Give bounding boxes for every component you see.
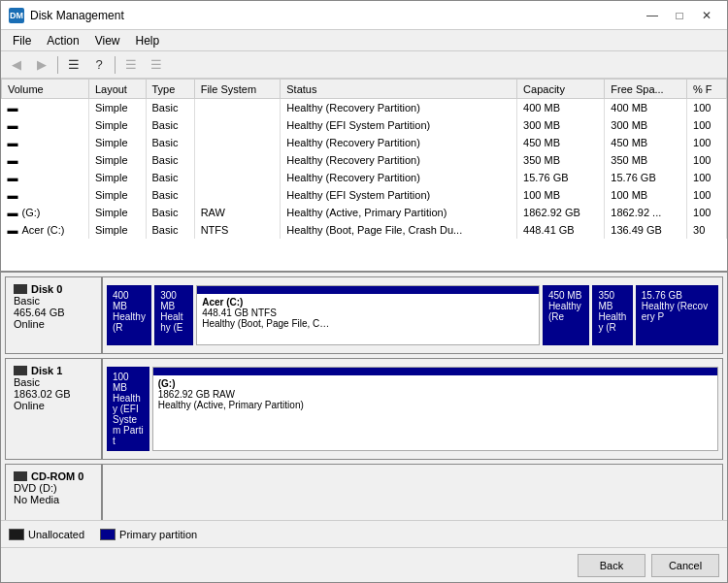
- cell-capacity: 100 MB: [517, 186, 605, 204]
- cell-fs: [194, 116, 281, 134]
- cell-free: 136.49 GB: [605, 221, 687, 239]
- partition-size-0-5: 15.76 GB: [642, 290, 712, 301]
- partition-0-0[interactable]: 400 MBHealthy (R: [107, 285, 151, 345]
- table-row[interactable]: ▬SimpleBasicHealthy (EFI System Partitio…: [2, 186, 727, 204]
- partition-size-1-1: 1862.92 GB RAW: [158, 389, 712, 400]
- app-icon: DM: [9, 8, 24, 23]
- disk-map-area[interactable]: Disk 0Basic465.64 GBOnline400 MBHealthy …: [1, 273, 727, 520]
- partition-size-0-3: 450 MB: [548, 290, 584, 301]
- cell-type: Basic: [146, 186, 194, 204]
- cell-status: Healthy (Recovery Partition): [281, 169, 517, 186]
- table-row[interactable]: ▬SimpleBasicHealthy (EFI System Partitio…: [2, 116, 727, 134]
- cell-pct: 100: [687, 169, 727, 186]
- partition-1-0[interactable]: 100 MBHealthy (EFI System Partit: [107, 367, 149, 451]
- cell-fs: [194, 169, 281, 186]
- disk-management-window: DM Disk Management — □ ✕ File Action Vie…: [0, 0, 728, 583]
- partition-status-0-0: Healthy (R: [113, 311, 146, 333]
- toolbar: ◀ ▶ ☰ ? ☰ ☰: [1, 51, 727, 79]
- cancel-btn[interactable]: Cancel: [651, 554, 719, 577]
- cell-type: Basic: [146, 169, 194, 186]
- legend-unallocated-label: Unallocated: [28, 529, 84, 540]
- maximize-button[interactable]: □: [667, 6, 692, 25]
- col-freespace[interactable]: Free Spa...: [605, 80, 687, 99]
- partition-status-1-1: Healthy (Active, Primary Partition): [158, 400, 712, 410]
- table-row[interactable]: ▬Acer (C:)SimpleBasicNTFSHealthy (Boot, …: [2, 221, 727, 239]
- back-button[interactable]: ◀: [5, 54, 28, 76]
- help-button[interactable]: ?: [87, 54, 111, 76]
- cell-type: Basic: [146, 99, 194, 116]
- legend-primary: Primary partition: [100, 529, 197, 540]
- minimize-button[interactable]: —: [640, 6, 665, 25]
- cell-status: Healthy (Recovery Partition): [281, 151, 517, 169]
- col-filesystem[interactable]: File System: [194, 80, 281, 99]
- volumes-table-area[interactable]: Volume Layout Type File System Status Ca…: [1, 79, 727, 273]
- disk-status-2: No Media: [14, 494, 93, 505]
- col-volume[interactable]: Volume: [2, 80, 89, 99]
- col-capacity[interactable]: Capacity: [517, 80, 605, 99]
- window-title: Disk Management: [30, 9, 124, 22]
- partition-size-0-1: 300 MB: [160, 290, 187, 311]
- toolbar-btn-3[interactable]: ☰: [119, 54, 143, 76]
- forward-button[interactable]: ▶: [30, 54, 53, 76]
- partition-0-5[interactable]: 15.76 GBHealthy (Recovery P: [636, 285, 718, 345]
- cell-pct: 100: [687, 204, 727, 221]
- cell-capacity: 1862.92 GB: [517, 204, 605, 221]
- cell-pct: 30: [687, 221, 727, 239]
- table-row[interactable]: ▬SimpleBasicHealthy (Recovery Partition)…: [2, 169, 727, 186]
- table-row[interactable]: ▬(G:)SimpleBasicRAWHealthy (Active, Prim…: [2, 204, 727, 221]
- partition-name-0-2: Acer (C:): [202, 297, 534, 308]
- table-row[interactable]: ▬SimpleBasicHealthy (Recovery Partition)…: [2, 151, 727, 169]
- partition-0-4[interactable]: 350 MBHealthy (R: [592, 285, 632, 345]
- col-layout[interactable]: Layout: [88, 80, 146, 99]
- cell-fs: [194, 134, 281, 151]
- partition-status-0-3: Healthy (Re: [548, 301, 584, 322]
- disk-partitions-1: 100 MBHealthy (EFI System Partit(G:)1862…: [103, 359, 722, 459]
- cell-layout: Simple: [88, 116, 146, 134]
- partition-name-1-1: (G:): [158, 378, 712, 389]
- close-button[interactable]: ✕: [694, 6, 719, 25]
- partition-0-1[interactable]: 300 MBHealthy (E: [154, 285, 193, 345]
- disk-name-2: CD-ROM 0: [14, 470, 93, 482]
- disk-icon-1: [14, 366, 27, 375]
- cell-pct: 100: [687, 116, 727, 134]
- disk-name-0: Disk 0: [14, 283, 93, 295]
- cell-layout: Simple: [88, 169, 146, 186]
- menu-action[interactable]: Action: [39, 30, 86, 51]
- toolbar-btn-4[interactable]: ☰: [145, 54, 168, 76]
- partition-1-1[interactable]: (G:)1862.92 GB RAWHealthy (Active, Prima…: [152, 367, 718, 451]
- disk-partitions-2: [103, 465, 722, 520]
- legend-unallocated: Unallocated: [9, 529, 84, 540]
- col-status[interactable]: Status: [281, 80, 517, 99]
- cell-type: Basic: [146, 204, 194, 221]
- back-btn[interactable]: Back: [578, 554, 645, 577]
- title-bar-left: DM Disk Management: [9, 8, 124, 23]
- partition-size-0-2: 448.41 GB NTFS: [202, 308, 534, 318]
- partition-0-2[interactable]: Acer (C:)448.41 GB NTFSHealthy (Boot, Pa…: [196, 285, 540, 345]
- col-type[interactable]: Type: [146, 80, 194, 99]
- cell-free: 350 MB: [605, 151, 687, 169]
- partition-0-3[interactable]: 450 MBHealthy (Re: [543, 285, 590, 345]
- menu-view[interactable]: View: [87, 30, 128, 51]
- disk-type-1: Basic: [14, 376, 93, 388]
- cell-volume: ▬(G:): [2, 204, 89, 221]
- cell-status: Healthy (Boot, Page File, Crash Du...: [281, 221, 517, 239]
- cell-volume: ▬Acer (C:): [2, 221, 89, 239]
- table-row[interactable]: ▬SimpleBasicHealthy (Recovery Partition)…: [2, 134, 727, 151]
- col-pct[interactable]: % F: [687, 80, 727, 99]
- menu-help[interactable]: Help: [128, 30, 168, 51]
- cell-volume: ▬: [2, 134, 89, 151]
- cell-type: Basic: [146, 134, 194, 151]
- cell-pct: 100: [687, 99, 727, 116]
- view-button[interactable]: ☰: [62, 54, 85, 76]
- partition-bar-1-1: [153, 368, 717, 375]
- cell-layout: Simple: [88, 151, 146, 169]
- cell-capacity: 15.76 GB: [517, 169, 605, 186]
- disk-row-0: Disk 0Basic465.64 GBOnline400 MBHealthy …: [5, 276, 723, 354]
- menu-file[interactable]: File: [5, 30, 39, 51]
- disk-size-1: 1863.02 GB: [14, 388, 93, 400]
- cell-free: 400 MB: [605, 99, 687, 116]
- cell-status: Healthy (Recovery Partition): [281, 99, 517, 116]
- cell-layout: Simple: [88, 134, 146, 151]
- partition-status-0-4: Healthy (R: [598, 311, 626, 333]
- table-row[interactable]: ▬SimpleBasicHealthy (Recovery Partition)…: [2, 99, 727, 116]
